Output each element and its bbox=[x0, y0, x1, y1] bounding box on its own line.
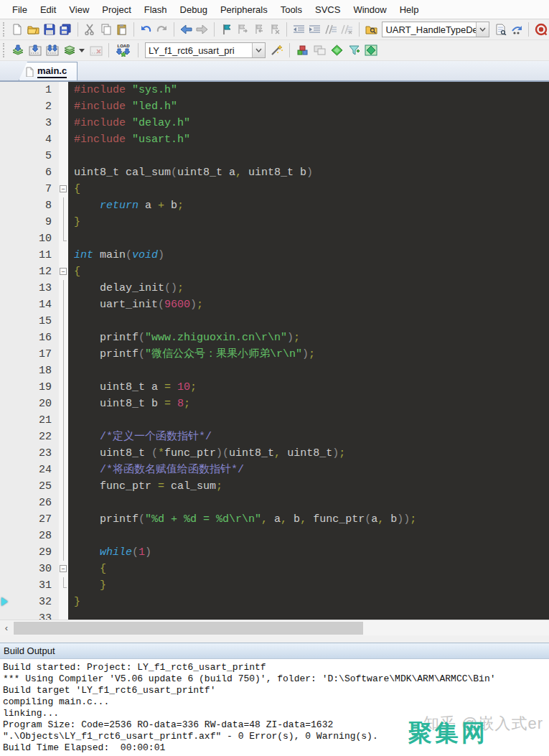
bookmark-next-icon[interactable] bbox=[235, 22, 251, 37]
code-line[interactable]: 31 } bbox=[0, 577, 549, 594]
find-next-icon[interactable] bbox=[509, 22, 525, 37]
scroll-left-button[interactable]: ‹ bbox=[0, 621, 13, 635]
code-line[interactable]: 4#include "usart.h" bbox=[0, 131, 549, 148]
build-output-header[interactable]: Build Output bbox=[0, 643, 549, 659]
stop-build-icon[interactable] bbox=[88, 42, 105, 58]
redo-icon[interactable] bbox=[154, 22, 171, 37]
uncomment-icon[interactable] bbox=[339, 22, 356, 37]
build-icon[interactable] bbox=[27, 42, 44, 58]
code-line[interactable]: 21 bbox=[0, 412, 549, 429]
horizontal-scrollbar[interactable]: ‹ bbox=[0, 620, 549, 635]
code-line[interactable]: 9} bbox=[0, 214, 549, 230]
rebuild-icon[interactable] bbox=[44, 42, 61, 58]
code-line[interactable]: 29 while(1) bbox=[0, 544, 549, 561]
menu-peripherals[interactable]: Peripherals bbox=[214, 1, 274, 18]
code-line[interactable]: 28 bbox=[0, 528, 549, 544]
indent-right-icon[interactable] bbox=[307, 22, 324, 37]
target-options-icon[interactable] bbox=[268, 42, 286, 58]
code-line[interactable]: 17 printf("微信公众号：果果小师弟\r\n"); bbox=[0, 346, 549, 363]
manage-components-icon[interactable] bbox=[294, 42, 311, 58]
code-line[interactable]: 5 bbox=[0, 148, 549, 164]
fold-toggle-icon[interactable]: − bbox=[60, 185, 67, 192]
code-line[interactable]: 26 bbox=[0, 495, 549, 511]
target-combobox-value[interactable]: LY_f1_rct6_usart_pri bbox=[146, 45, 252, 56]
nav-forward-icon[interactable] bbox=[194, 22, 211, 37]
code-line[interactable]: 23 uint8_t (*func_ptr)(uint8_t, uint8_t)… bbox=[0, 445, 549, 462]
save-all-icon[interactable] bbox=[57, 22, 74, 37]
menu-view[interactable]: View bbox=[62, 1, 95, 18]
code-line[interactable]: 25 func_ptr = cal_sum; bbox=[0, 478, 549, 495]
tab-label[interactable]: main.c bbox=[37, 65, 67, 78]
menu-window[interactable]: Window bbox=[347, 1, 393, 18]
nav-back-icon[interactable] bbox=[178, 22, 194, 37]
code-line[interactable]: 6uint8_t cal_sum(uint8_t a, uint8_t b) bbox=[0, 164, 549, 181]
scroll-thumb[interactable] bbox=[14, 622, 363, 635]
bookmark-flag-icon[interactable] bbox=[218, 22, 235, 37]
symbol-combobox-value[interactable]: UART_HandleTypeDe bbox=[383, 24, 476, 35]
tab-main-c[interactable]: main.c bbox=[19, 62, 78, 80]
cut-icon[interactable] bbox=[82, 22, 98, 37]
menu-project[interactable]: Project bbox=[95, 1, 137, 18]
bookmark-clear-icon[interactable] bbox=[267, 22, 283, 37]
code-line[interactable]: 10 bbox=[0, 230, 549, 247]
code-line[interactable]: 22 /*定义一个函数指针*/ bbox=[0, 429, 549, 445]
copy-icon[interactable] bbox=[98, 22, 114, 37]
target-combobox[interactable]: LY_f1_rct6_usart_pri bbox=[145, 42, 266, 58]
indent-left-icon[interactable] bbox=[291, 22, 307, 37]
code-line[interactable]: 18 bbox=[0, 363, 549, 379]
menu-svcs[interactable]: SVCS bbox=[309, 1, 347, 18]
code-text: } bbox=[68, 577, 549, 594]
fold-toggle-icon[interactable]: − bbox=[60, 268, 67, 275]
load-flash-icon[interactable]: LOAD bbox=[113, 42, 134, 58]
bookmark-prev-icon[interactable] bbox=[250, 22, 267, 37]
symbol-combobox[interactable]: UART_HandleTypeDe bbox=[382, 22, 489, 37]
translate-icon[interactable] bbox=[9, 42, 27, 58]
manage-layout-icon[interactable] bbox=[311, 42, 328, 58]
code-line[interactable]: 20 uint8_t b = 8; bbox=[0, 396, 549, 412]
help-search-icon[interactable] bbox=[532, 22, 549, 37]
find-doc-icon[interactable] bbox=[492, 22, 509, 37]
code-line[interactable]: 33 bbox=[0, 610, 549, 620]
pack-installer-icon[interactable] bbox=[362, 42, 380, 58]
menu-edit[interactable]: Edit bbox=[34, 1, 62, 18]
code-line[interactable]: 12−{ bbox=[0, 263, 549, 280]
menu-file[interactable]: File bbox=[6, 1, 34, 18]
comment-icon[interactable] bbox=[323, 22, 339, 37]
open-folder-icon[interactable] bbox=[25, 22, 42, 37]
panel-splitter[interactable] bbox=[0, 635, 549, 643]
code-line[interactable]: 15 bbox=[0, 313, 549, 330]
symbol-combobox-dropdown[interactable] bbox=[476, 22, 489, 37]
paste-icon[interactable] bbox=[114, 22, 131, 37]
code-line[interactable]: 11int main(void) bbox=[0, 247, 549, 263]
run-time-env-icon[interactable] bbox=[328, 42, 345, 58]
code-line[interactable]: 19 uint8_t a = 10; bbox=[0, 379, 549, 396]
code-line[interactable]: 2#include "led.h" bbox=[0, 98, 549, 115]
code-line[interactable]: 3#include "delay.h" bbox=[0, 115, 549, 131]
batch-build-dropdown-icon[interactable] bbox=[79, 49, 85, 52]
code-line[interactable]: 24 /*将函数名赋值给函数指针*/ bbox=[0, 462, 549, 478]
code-editor[interactable]: 1#include "sys.h"2#include "led.h"3#incl… bbox=[0, 82, 549, 620]
batch-build-icon[interactable] bbox=[61, 42, 78, 58]
find-in-files-icon[interactable] bbox=[363, 22, 380, 37]
menu-debug[interactable]: Debug bbox=[174, 1, 214, 18]
new-file-icon[interactable] bbox=[9, 22, 26, 37]
code-line[interactable]: 16 printf("www.zhiguoxin.cn\r\n"); bbox=[0, 330, 549, 346]
code-line[interactable]: 13 delay_init(); bbox=[0, 280, 549, 297]
fold-toggle-icon[interactable]: − bbox=[60, 565, 67, 572]
code-line[interactable]: 14 uart_init(9600); bbox=[0, 297, 549, 313]
build-output-panel[interactable]: Build started: Project: LY_f1_rct6_usart… bbox=[0, 659, 549, 756]
code-line[interactable]: 32} bbox=[0, 594, 549, 610]
menu-flash[interactable]: Flash bbox=[138, 1, 174, 18]
code-line[interactable]: 7−{ bbox=[0, 181, 549, 197]
undo-icon[interactable] bbox=[138, 22, 154, 37]
code-line[interactable]: 1#include "sys.h" bbox=[0, 82, 549, 98]
select-folder-icon[interactable] bbox=[345, 42, 362, 58]
target-combobox-dropdown[interactable] bbox=[252, 43, 265, 57]
code-line[interactable]: 30− { bbox=[0, 561, 549, 577]
menu-help[interactable]: Help bbox=[393, 1, 426, 18]
line-number: 29 bbox=[0, 544, 59, 561]
code-line[interactable]: 27 printf("%d + %d = %d\r\n", a, b, func… bbox=[0, 511, 549, 528]
menu-tools[interactable]: Tools bbox=[274, 1, 309, 18]
code-line[interactable]: 8 return a + b; bbox=[0, 197, 549, 214]
save-icon[interactable] bbox=[42, 22, 58, 37]
